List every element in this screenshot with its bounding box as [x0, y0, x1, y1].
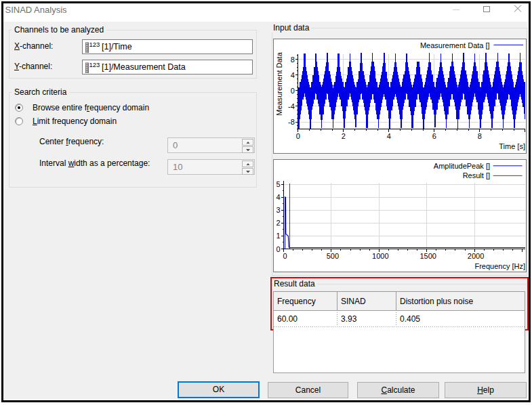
svg-text:4: 4	[291, 71, 295, 79]
svg-text:Measurement Data []: Measurement Data []	[420, 41, 490, 49]
svg-text:-4: -4	[288, 102, 295, 110]
svg-text:1500: 1500	[420, 252, 436, 260]
svg-text:6: 6	[432, 132, 436, 140]
svg-text:123: 123	[89, 61, 100, 68]
svg-text:500: 500	[327, 252, 339, 260]
svg-text:2: 2	[342, 132, 346, 140]
svg-text:Frequency [Hz]: Frequency [Hz]	[474, 262, 525, 270]
svg-text:3: 3	[276, 206, 280, 214]
svg-text:1000: 1000	[372, 252, 388, 260]
svg-text:0: 0	[283, 252, 287, 260]
svg-text:Measurement Data: Measurement Data	[275, 51, 283, 115]
svg-text:0: 0	[291, 87, 295, 95]
svg-text:-8: -8	[288, 118, 295, 126]
svg-text:2: 2	[276, 219, 280, 227]
svg-text:5: 5	[276, 180, 280, 188]
svg-text:4: 4	[276, 193, 280, 201]
svg-text:0: 0	[276, 245, 280, 253]
svg-text:0: 0	[296, 132, 300, 140]
svg-text:8: 8	[478, 132, 482, 140]
svg-text:1: 1	[276, 232, 280, 240]
svg-text:AmplitudePeak []: AmplitudePeak []	[434, 162, 490, 170]
svg-text:2000: 2000	[468, 252, 484, 260]
svg-text:8: 8	[291, 56, 295, 64]
svg-text:Result []: Result []	[463, 171, 490, 179]
svg-text:123: 123	[89, 41, 100, 48]
svg-text:Time [s]: Time [s]	[499, 142, 525, 150]
svg-text:4: 4	[387, 132, 391, 140]
